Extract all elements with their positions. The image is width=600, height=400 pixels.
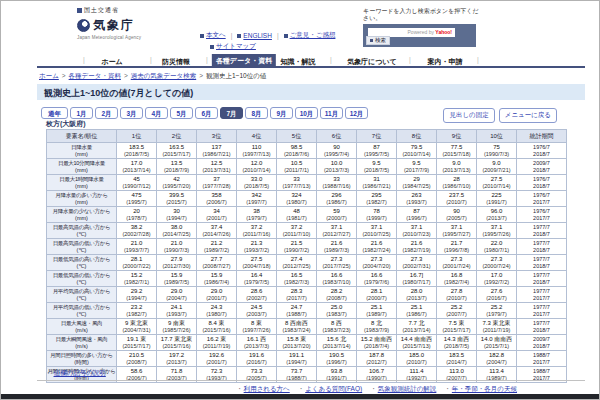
month-tab-0[interactable]: 通年 (41, 107, 68, 119)
record-date: (1989/7/3) (317, 247, 356, 254)
yahoo-brand-text: Yahoo! (435, 29, 452, 35)
records-table: 要素名/順位1位2位3位4位5位6位7位8位9位10位統計期間日降水量(mm)1… (46, 129, 567, 383)
quick-link-0-1[interactable]: ENGLISH (237, 32, 272, 39)
record-value: 185.0 (397, 352, 436, 360)
symbol-note-link[interactable]: 値欄の記号の説明 (54, 369, 106, 376)
record-value: 29 (397, 176, 436, 184)
agency-logo[interactable]: 国土交通省 気象庁 Japan Meteorological Agency (77, 6, 141, 40)
record-value: 10.0 (317, 160, 356, 168)
back-to-menu-button[interactable]: メニューに戻る (499, 108, 557, 123)
record-value: 58.6 (117, 368, 156, 376)
record-value: 37.2 (237, 224, 276, 232)
record-date: (2017/7) (277, 295, 316, 302)
table-row: 月平均気温の低い方から(℃)23.2(1982/7)24.1(1993/7)24… (47, 303, 567, 319)
rank-7-cell: 15.2 南南西(2018/7/4) (357, 335, 397, 351)
statistic-period-cell: 1977/72018/7 (517, 223, 567, 239)
record-value: 21.7 (437, 240, 476, 248)
record-date: (2018/7/5) (437, 343, 476, 350)
breadcrumb-item-2[interactable]: 過去の気象データ検索 (131, 72, 196, 79)
month-tab-1[interactable]: 1月 (70, 107, 93, 119)
rank-8-cell: 37.1(2010/7/23) (397, 223, 437, 239)
breadcrumb-item-0[interactable]: ホーム (39, 72, 59, 79)
period-start: 1976/7 (517, 208, 566, 215)
quick-link-separator: | (231, 32, 233, 39)
record-date: (2012/7/30) (157, 263, 196, 270)
search-button[interactable]: 検索 (366, 36, 390, 45)
month-tab-10[interactable]: 10月 (295, 107, 318, 119)
quick-link-label: 本文へ (206, 31, 226, 40)
month-tab-3[interactable]: 3月 (120, 107, 143, 119)
month-tab-6[interactable]: 6月 (195, 107, 218, 119)
record-value: 163.5 (157, 144, 196, 152)
square-bullet-icon (210, 45, 214, 49)
element-name: 月平均気温の高い方から (47, 288, 116, 295)
record-date: (1982/7) (357, 199, 396, 206)
fix-heading-button[interactable]: 見出しの固定 (443, 108, 494, 123)
square-bullet-icon (237, 34, 241, 38)
record-value: 358 (197, 192, 236, 200)
rank-6-cell: 190.5(1996/7) (317, 351, 357, 367)
month-tab-9[interactable]: 9月 (270, 107, 293, 119)
quick-link-0-0[interactable]: 本文へ (200, 31, 226, 40)
square-bullet-icon (284, 34, 288, 38)
month-tab-7[interactable]: 7月 (220, 107, 243, 119)
rank-10-cell: 27.3(2000/7/24) (477, 255, 517, 271)
rank-7-cell: 25.1(1989/7) (357, 303, 397, 319)
period-start: 1977/7 (517, 320, 566, 327)
rank-2-cell: 38.0(2014/7/25) (157, 223, 197, 239)
record-value: 98.5 (277, 144, 316, 152)
record-value: 21.6 (357, 240, 396, 248)
record-date: (2004/7/20) (357, 263, 396, 270)
month-tab-4[interactable]: 4月 (145, 107, 168, 119)
record-date: (2010/7/14) (397, 151, 436, 158)
record-value: 37.1 (437, 224, 476, 232)
record-date: (2015/7) (157, 199, 196, 206)
record-value: 113.0 (437, 368, 476, 376)
rank-2-cell: 9 南東(1985/7/26) (157, 319, 197, 335)
rank-8-cell: 21.6(1982/7/19) (397, 239, 437, 255)
footer-link-3[interactable]: 年・季節・各月の天候 (452, 385, 517, 392)
record-date: (1983/7) (317, 311, 356, 318)
record-date: (1986/7) (397, 311, 436, 318)
breadcrumb-item-1[interactable]: 各種データ・資料 (69, 72, 121, 79)
record-value: 34 (197, 208, 236, 216)
footer-link-0[interactable]: 利用される方へ (244, 385, 290, 392)
record-date: (1979/7/6) (357, 279, 396, 286)
record-value: 9.0 (437, 160, 476, 168)
record-value: 8 西南西 (277, 320, 316, 328)
rank-9-cell: 9.0(2013/7/13) (437, 159, 477, 175)
rank-1-cell: 28.1(2000/7/22) (117, 255, 157, 271)
rank-3-cell: 12.5(2013/7/31) (197, 159, 237, 175)
record-date: (2006/7) (197, 199, 236, 206)
rank-8-cell: 87(1996/7) (397, 207, 437, 223)
period-end: 2018/7 (517, 343, 566, 350)
element-name: 日最大1時間降水量 (47, 176, 116, 183)
rank-1-cell: 45(1990/7/12) (117, 175, 157, 191)
record-value: 9 東北東 (117, 320, 156, 328)
month-tab-12[interactable]: 12月 (345, 107, 368, 119)
quick-link-0-2[interactable]: ご意見・ご感想 (284, 31, 336, 40)
record-value: 28.3 (277, 288, 316, 296)
rank-10-cell: 14.0 南南西(2015/7/1) (477, 335, 517, 351)
search-panel: Powered by Yahoo! 検索 (363, 24, 476, 47)
footer-link-1[interactable]: よくある質問(FAQ) (305, 385, 362, 392)
month-tab-11[interactable]: 11月 (320, 107, 343, 119)
table-row: 日最高気温の高い方から(℃)38.2(2002/7/28)38.0(2014/7… (47, 223, 567, 239)
record-value: 25.2 (437, 304, 476, 312)
rank-5-cell: 98.5(2018/7/6) (277, 143, 317, 159)
record-date: (1979/7/5) (237, 279, 276, 286)
record-date: (2007/7) (437, 311, 476, 318)
record-date: (1994/7) (277, 359, 316, 366)
record-date: (2017/7/9) (397, 167, 436, 174)
record-date: (2012/7/25) (277, 263, 316, 270)
record-value: 296 (317, 192, 356, 200)
month-tab-5[interactable]: 5月 (170, 107, 193, 119)
footer-link-2[interactable]: 気象観測統計の解説 (378, 385, 437, 392)
rank-5-cell: 15.8 東(2013/7/20) (277, 335, 317, 351)
rank-6-cell: 10.0(2013/7/3) (317, 159, 357, 175)
month-tab-2[interactable]: 2月 (95, 107, 118, 119)
record-value: 72.3 (197, 368, 236, 376)
record-date: (2013/7) (397, 295, 436, 302)
quick-link-1-0[interactable]: サイトマップ (210, 42, 256, 51)
month-tab-8[interactable]: 8月 (245, 107, 268, 119)
